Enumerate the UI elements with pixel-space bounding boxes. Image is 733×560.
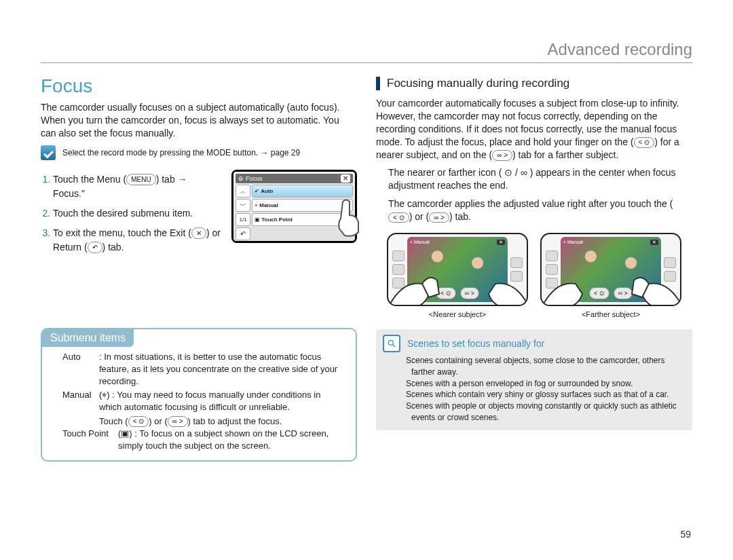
step-1: Touch the Menu (MENU) tab → Focus." <box>53 172 223 201</box>
screen-far-pill[interactable]: ∞ > <box>614 287 633 299</box>
manual-icon: ⌖ <box>102 390 107 400</box>
step2-text: Touch the desired submenu item. <box>53 208 193 219</box>
near-tab-pill: < ⊙ <box>128 416 149 427</box>
lcd-item-touchpoint-label: Touch Point <box>261 217 293 223</box>
submenu-manual-val: : You may need to focus manually under c… <box>99 390 320 412</box>
device-nearer: ⌖ Manual ✕ < ⊙ ∞ > <box>387 233 528 318</box>
submenu-touchpoint-key: Touch Point <box>62 428 115 452</box>
finger-icon <box>333 198 366 239</box>
submenu-box: Submenu items Auto : In most situations,… <box>41 328 357 462</box>
right-p2: The nearer or farther icon ( ⊙ / ∞ ) app… <box>376 166 692 192</box>
right-p3: The camcorder applies the adjusted value… <box>376 198 692 223</box>
menu-pill: MENU <box>126 174 155 185</box>
lcd-item-auto-label: Auto <box>261 188 273 194</box>
right-p1a: Your camcorder automatically focuses a s… <box>376 98 679 147</box>
screen-near-pill-2[interactable]: < ⊙ <box>589 287 609 299</box>
submenu-touchpoint-val: : To focus on a subject shown on the LCD… <box>118 428 328 451</box>
right-p2b: / <box>515 167 518 178</box>
device-illustrations: ⌖ Manual ✕ < ⊙ ∞ > <box>376 233 692 318</box>
exit-pill: ✕ <box>191 227 206 239</box>
submenu-manual-key: Manual <box>62 389 96 413</box>
lcd-title: Focus <box>246 175 263 182</box>
info-box: Scenes to set focus manually for Scenes … <box>376 329 692 430</box>
step1-text-b: tab → <box>162 174 187 185</box>
near-pill-2: < ⊙ <box>388 212 409 223</box>
far-pill: ∞ > <box>492 150 512 161</box>
left-column: Focus The camcorder usually focuses on a… <box>41 75 357 462</box>
step3-text-c: tab. <box>108 242 124 253</box>
lcd-close-button[interactable]: ✕ <box>341 174 350 183</box>
step3-text-a: To exit the menu, touch the Exit <box>53 227 185 238</box>
page: Advanced recording Focus The camcorder u… <box>0 0 733 560</box>
manual-line2-c: tab to adjust the focus. <box>193 416 282 426</box>
screen-near-pill[interactable]: < ⊙ <box>436 287 456 299</box>
info-title: Scenes to set focus manually for <box>407 338 544 349</box>
lcd-scroll-down[interactable]: ﹀ <box>236 199 250 212</box>
lcd-item-auto[interactable]: ✔ Auto <box>252 185 353 198</box>
mode-note-text: Select the record mode by pressing the M… <box>62 148 300 157</box>
screen-far-pill-1[interactable]: ∞ > <box>460 287 479 299</box>
right-p3b: or <box>415 211 423 222</box>
return-pill: ↶ <box>88 242 102 253</box>
focus-icon: ⊚ <box>238 175 244 182</box>
info-line-3: Scenes which contain very shiny or gloss… <box>406 389 685 400</box>
right-column: Focusing manually during recording Your … <box>376 75 692 462</box>
step-2: Touch the desired submenu item. <box>53 206 223 221</box>
check-icon <box>41 145 56 160</box>
header-rule: Advanced recording <box>41 62 692 63</box>
submenu-auto-val: : In most situations, it is better to us… <box>99 351 343 388</box>
submenu-title: Submenu items <box>42 329 134 347</box>
lcd-back-button[interactable]: ↶ <box>236 227 250 240</box>
far-tab-pill: ∞ > <box>168 416 188 427</box>
right-p2a: The nearer or farther icon ( <box>388 167 502 178</box>
near-pill: < ⊙ <box>634 137 655 148</box>
svg-line-1 <box>393 345 396 348</box>
submenu-auto-key: Auto <box>62 351 96 388</box>
right-p3a: The camcorder applies the adjusted value… <box>388 198 667 209</box>
subsection-heading: Focusing manually during recording <box>376 77 692 90</box>
far-pill-2: ∞ > <box>429 212 449 223</box>
lcd-scroll-up[interactable]: ︿ <box>236 185 250 198</box>
right-p1c: tab for a farther subject. <box>519 149 619 160</box>
page-number: 59 <box>680 529 691 540</box>
step1-text-a: Touch the Menu <box>53 174 121 185</box>
page-title: Focus <box>41 75 357 97</box>
lcd-illustration: ⊚ Focus ✕ ︿ ﹀ 1/1 ↶ <box>231 170 357 243</box>
right-p3c: tab. <box>455 211 471 222</box>
caption-nearer: <Nearer subject> <box>387 310 528 318</box>
intro-text: The camcorder usually focuses on a subje… <box>41 101 357 140</box>
magnifier-icon <box>383 335 400 352</box>
lcd-page-indicator: 1/1 <box>236 213 250 226</box>
near-symbol: ⊙ <box>504 167 512 178</box>
right-p1: Your camcorder automatically focuses a s… <box>376 97 692 161</box>
info-line-4: Scenes with people or objects moving con… <box>406 400 685 424</box>
caption-farther: <Farther subject> <box>540 310 681 318</box>
step1-text-c: Focus." <box>53 188 85 199</box>
manual-line2-a: Touch <box>99 416 123 426</box>
touchpoint-icon: ▣ <box>121 428 129 438</box>
section-title: Advanced recording <box>548 40 692 59</box>
svg-point-0 <box>388 340 393 345</box>
info-line-1: Scenes containing several objects, some … <box>406 355 685 378</box>
far-symbol: ∞ <box>521 167 527 178</box>
dev-manual-label-2: Manual <box>567 240 583 244</box>
mode-note: Select the record mode by pressing the M… <box>41 145 357 160</box>
device-farther: ⌖ Manual ✕ < ⊙ ∞ > <box>540 233 681 318</box>
manual-line2-b: or <box>154 416 162 426</box>
info-line-2: Scenes with a person enveloped in fog or… <box>406 378 685 390</box>
step-3: To exit the menu, touch the Exit (✕) or … <box>53 226 223 255</box>
dev-manual-label-1: Manual <box>414 240 430 244</box>
steps-list: Touch the Menu (MENU) tab → Focus." Touc… <box>41 172 223 260</box>
lcd-item-manual-label: Manual <box>259 202 278 208</box>
